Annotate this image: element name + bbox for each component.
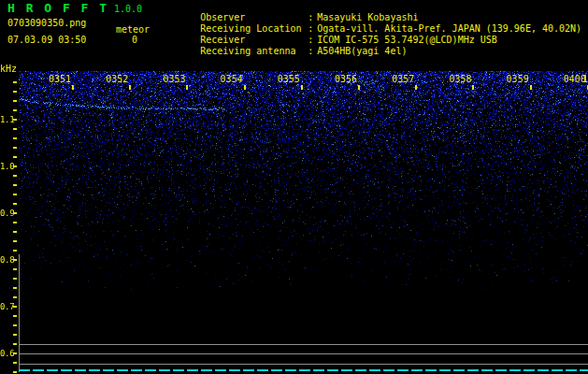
frequency-tick (13, 371, 17, 373)
frequency-tick (13, 306, 17, 308)
time-label: 0359 (507, 75, 529, 84)
frequency-tick (13, 184, 17, 186)
meteor-count: 0 (132, 35, 137, 45)
station-value: Masayuki Kobayashi (317, 12, 418, 22)
frequency-tick (13, 352, 17, 354)
frequency-tick (13, 324, 17, 326)
time-label: 0357 (392, 75, 414, 84)
frequency-unit-label: kHz (0, 64, 17, 74)
frequency-tick (13, 222, 17, 223)
frequency-tick (13, 296, 17, 298)
time-label: 0358 (449, 75, 471, 84)
station-separator: : (308, 23, 317, 35)
frequency-tick (13, 128, 17, 130)
frequency-tick (13, 119, 17, 121)
frequency-tick (13, 109, 17, 111)
time-label: 0354 (221, 75, 243, 84)
time-tick (358, 85, 360, 90)
frequency-tick (13, 362, 17, 364)
time-tick (530, 85, 532, 90)
frequency-tick (13, 268, 17, 270)
frequency-tick (13, 343, 17, 345)
frequency-tick (13, 156, 17, 158)
station-value: Ogata-vill. Akita-Pref. JAPAN (139.96E, … (317, 23, 581, 34)
app-version: 1.0.0 (114, 4, 142, 14)
frequency-tick (13, 137, 17, 139)
frequency-tick (13, 240, 17, 242)
time-tick (472, 85, 474, 90)
station-label: Receiving antenna (200, 46, 308, 57)
frequency-tick (13, 259, 17, 261)
app-title: H R O F F T (7, 2, 108, 15)
time-tick (72, 85, 74, 90)
station-separator: : (308, 35, 317, 46)
station-label: Receiver (200, 35, 308, 46)
frequency-tick (13, 212, 17, 214)
noise-level-line-upper (19, 344, 588, 345)
frequency-tick (13, 175, 17, 177)
station-separator: : (308, 12, 317, 23)
time-tick (415, 85, 417, 90)
time-label: 0355 (278, 75, 300, 84)
frequency-tick (13, 287, 17, 289)
level-graph-left-border (19, 254, 20, 372)
time-label: 0356 (335, 75, 357, 84)
spectrogram-canvas (19, 71, 588, 290)
baseline-dashed-line (19, 369, 588, 371)
noise-level-line-lower (19, 364, 588, 365)
frequency-tick (13, 147, 17, 149)
frequency-tick (13, 194, 17, 195)
frequency-tick (13, 231, 17, 233)
station-info: Observer:Masayuki Kobayashi Receiving Lo… (166, 1, 581, 46)
station-row-observer: Observer:Masayuki Kobayashi (166, 1, 581, 12)
clipped-time-label: 1 (582, 75, 588, 84)
time-label: 0351 (49, 75, 71, 84)
frequency-tick (13, 91, 17, 93)
time-tick (186, 85, 188, 90)
mode-label: meteor (116, 24, 150, 35)
frequency-tick (13, 165, 17, 167)
frequency-tick (13, 315, 17, 317)
time-label: 0353 (163, 75, 185, 84)
station-label: Observer (200, 12, 308, 23)
noise-level-line-middle (19, 353, 588, 354)
station-value: A504HB(yagi 4el) (317, 46, 407, 56)
time-tick (244, 85, 246, 90)
station-label: Receiving Location (200, 23, 308, 35)
frequency-tick (13, 278, 17, 280)
time-label: 0352 (106, 75, 128, 84)
frequency-tick (13, 250, 17, 252)
capture-filename: 0703090350.png (7, 18, 86, 28)
station-value: ICOM IC-575 53.7492(@LCD)MHz USB (317, 35, 497, 45)
time-tick (301, 85, 303, 90)
station-separator: : (308, 46, 317, 57)
frequency-tick (13, 81, 17, 83)
hrofft-window: H R O F F T 1.0.0 0703090350.png meteor … (0, 0, 588, 374)
frequency-tick (13, 203, 17, 205)
frequency-tick (13, 334, 17, 336)
frequency-tick (13, 100, 17, 102)
time-tick (129, 85, 131, 90)
capture-datetime: 07.03.09 03:50 (7, 35, 86, 45)
